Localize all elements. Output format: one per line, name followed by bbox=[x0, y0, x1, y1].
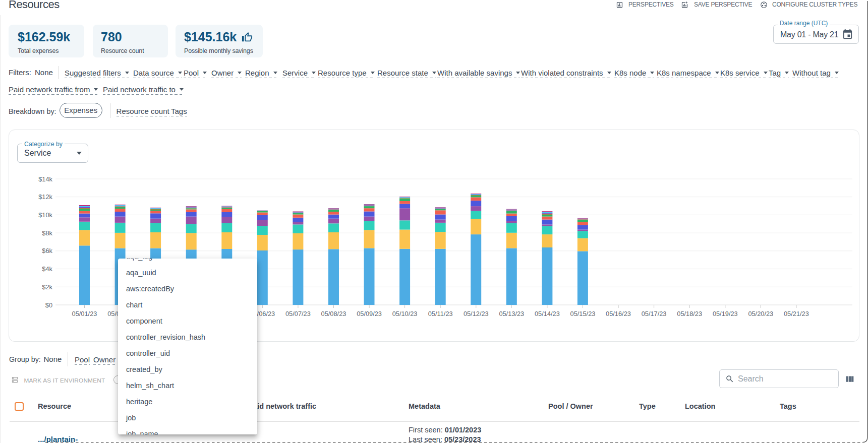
svg-text:$14k: $14k bbox=[38, 175, 52, 183]
svg-text:05/19/23: 05/19/23 bbox=[713, 310, 738, 318]
svg-text:05/12/23: 05/12/23 bbox=[464, 310, 489, 318]
svg-text:05/10/23: 05/10/23 bbox=[392, 310, 418, 318]
svg-text:05/14/23: 05/14/23 bbox=[535, 310, 560, 318]
svg-text:$0: $0 bbox=[45, 301, 52, 309]
svg-text:05/15/23: 05/15/23 bbox=[570, 310, 596, 318]
svg-text:$8k: $8k bbox=[42, 229, 52, 237]
svg-text:05/08/23: 05/08/23 bbox=[321, 310, 346, 318]
svg-text:05/01/23: 05/01/23 bbox=[72, 310, 97, 318]
svg-text:05/20/23: 05/20/23 bbox=[748, 310, 773, 318]
svg-text:$12k: $12k bbox=[38, 193, 52, 201]
svg-text:05/11/23: 05/11/23 bbox=[428, 310, 453, 318]
svg-text:05/18/23: 05/18/23 bbox=[677, 310, 702, 318]
svg-text:05/13/23: 05/13/23 bbox=[499, 310, 524, 318]
svg-text:$4k: $4k bbox=[42, 265, 52, 273]
svg-text:$2k: $2k bbox=[42, 283, 52, 291]
svg-text:05/17/23: 05/17/23 bbox=[642, 310, 667, 318]
svg-text:$10k: $10k bbox=[38, 211, 52, 219]
svg-text:05/21/23: 05/21/23 bbox=[784, 310, 809, 318]
svg-text:$6k: $6k bbox=[42, 247, 52, 255]
svg-text:05/16/23: 05/16/23 bbox=[606, 310, 631, 318]
svg-text:05/09/23: 05/09/23 bbox=[357, 310, 382, 318]
svg-text:05/07/23: 05/07/23 bbox=[285, 310, 311, 318]
